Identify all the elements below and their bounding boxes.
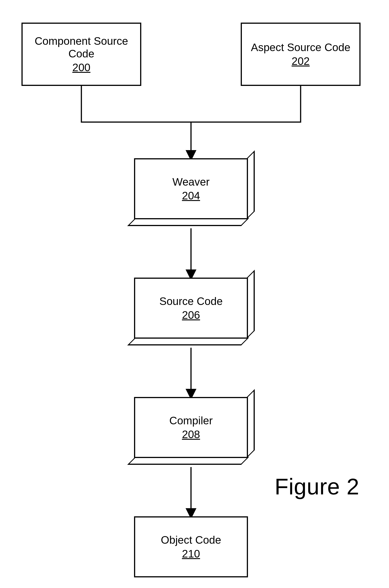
node-title: Weaver: [172, 176, 210, 188]
node-number: 200: [72, 61, 90, 74]
node-component-source-code: Component Source Code 200: [22, 23, 141, 86]
node-number: 204: [182, 190, 200, 202]
node-aspect-source-code: Aspect Source Code 202: [241, 23, 360, 86]
node-title: Component Source Code: [23, 35, 140, 60]
node-number: 210: [182, 548, 200, 560]
node-number: 208: [182, 428, 200, 441]
node-number: 206: [182, 309, 200, 321]
figure-caption: Figure 2: [275, 474, 359, 500]
node-title: Compiler: [169, 414, 213, 427]
node-number: 202: [292, 55, 310, 67]
node-object-code: Object Code 210: [134, 516, 248, 577]
diagram-canvas: Component Source Code 200 Aspect Source …: [0, 0, 389, 588]
node-title: Source Code: [159, 295, 223, 307]
node-title: Object Code: [161, 534, 221, 546]
node-title: Aspect Source Code: [251, 41, 350, 54]
